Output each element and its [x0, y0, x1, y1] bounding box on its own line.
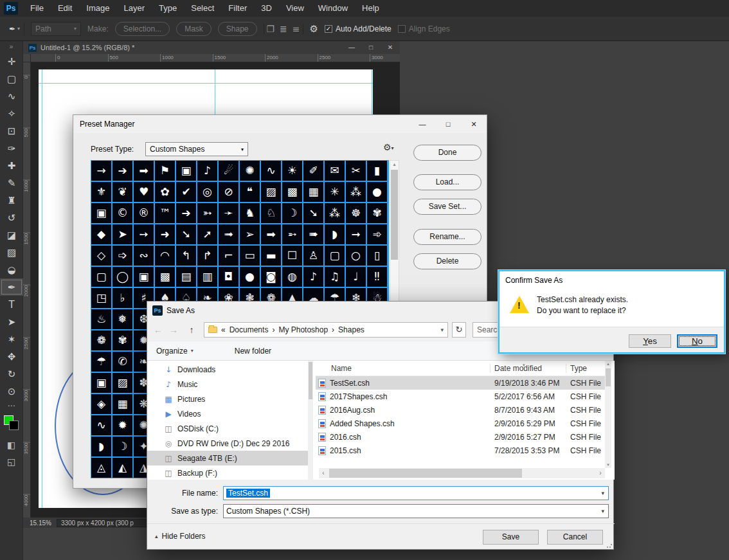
shape-tile[interactable]: ➘ — [176, 224, 197, 245]
tree-item[interactable]: ♪ Music — [147, 377, 308, 392]
list-horizontal-scrollbar[interactable]: ‹ › — [319, 468, 605, 478]
menu-item[interactable]: Filter — [221, 0, 254, 17]
checkbox-unchecked-icon[interactable]: ✓ — [398, 25, 406, 33]
shape-tile[interactable]: ✐ — [303, 160, 324, 181]
shape-tile[interactable]: ⚑ — [154, 160, 176, 181]
shape-tile[interactable]: ▤ — [176, 266, 197, 287]
shape-tile[interactable]: ➢ — [239, 224, 260, 245]
shape-tile[interactable]: ▦ — [303, 181, 324, 203]
shape-tile[interactable]: ♞ — [239, 203, 260, 224]
scroll-left-icon[interactable]: ‹ — [319, 468, 328, 478]
shape-tile[interactable]: ↱ — [197, 245, 218, 266]
shape-tile[interactable]: ❝ — [239, 181, 260, 203]
breadcrumb-token[interactable]: My Photoshop — [278, 325, 328, 334]
shape-tile[interactable]: ⚜ — [91, 181, 112, 203]
zoom-level[interactable]: 15.15% — [30, 519, 51, 527]
shape-tile[interactable]: ✂ — [345, 160, 366, 181]
shape-tile[interactable]: ◗ — [91, 436, 112, 457]
shape-tile[interactable]: ◳ — [91, 287, 112, 309]
screen-mode-icon[interactable]: ◱ — [0, 454, 22, 471]
path-mode-select[interactable]: Path ▾ — [31, 22, 81, 36]
tree-item[interactable]: ↓ Downloads — [147, 362, 308, 377]
shape-tile[interactable]: ➠ — [303, 224, 324, 245]
shape-tile[interactable]: ✺ — [239, 160, 260, 181]
shape-tile[interactable]: ➘ — [303, 203, 324, 224]
chevron-down-icon[interactable]: ▾ — [440, 327, 444, 333]
path-op-icon[interactable]: ❐ — [267, 24, 275, 34]
shape-tile[interactable]: ⁂ — [324, 203, 345, 224]
gradient-tool[interactable]: ▨ — [0, 244, 23, 261]
shape-tile[interactable]: ✉ — [324, 160, 345, 181]
shape-tile[interactable]: ❦ — [112, 181, 133, 203]
shape-tile[interactable]: ‼ — [366, 266, 388, 287]
guide-vertical[interactable] — [42, 69, 42, 508]
maximize-button[interactable]: □ — [435, 115, 461, 133]
resize-grip[interactable] — [606, 542, 613, 548]
breadcrumb-token[interactable]: Shapes — [338, 325, 364, 334]
shape-tile[interactable]: ▣ — [91, 372, 112, 393]
menu-item[interactable]: Image — [79, 0, 116, 17]
shape-tile[interactable]: ➞ — [345, 224, 366, 245]
preset-menu-gear-icon[interactable]: ⚙▾ — [383, 142, 394, 152]
shape-tile[interactable]: ➾ — [366, 224, 388, 245]
gear-icon[interactable]: ⚙ — [310, 23, 318, 35]
shape-tile[interactable]: ➡ — [133, 160, 154, 181]
shape-tile[interactable]: ♘ — [260, 203, 282, 224]
shape-tile[interactable]: ✹ — [112, 415, 133, 436]
shape-tile[interactable]: ○ — [345, 245, 366, 266]
shape-tile[interactable]: ◠ — [154, 245, 176, 266]
shape-tile[interactable]: ▢ — [91, 266, 112, 287]
column-name[interactable]: Name — [316, 364, 491, 373]
yes-button[interactable]: Yes — [629, 334, 671, 348]
file-row[interactable]: Added Shapes.csh 2/9/2016 5:29 PM CSH Fi… — [316, 417, 605, 430]
brush-tool[interactable]: ✎ — [0, 174, 23, 192]
path-op-icon[interactable]: ≣ — [280, 24, 287, 34]
shape-tile[interactable]: ✾ — [112, 330, 133, 351]
shape-tile[interactable]: → — [91, 160, 112, 181]
clone-stamp-tool[interactable]: ♜ — [0, 192, 23, 209]
shape-tile[interactable]: ♙ — [303, 245, 324, 266]
column-type[interactable]: Type — [566, 364, 605, 373]
file-row[interactable]: 2016.csh 2/9/2016 5:27 PM CSH File — [316, 430, 605, 444]
shape-tile[interactable]: ◗ — [324, 224, 345, 245]
selection-button[interactable]: Selection... — [115, 22, 170, 36]
shape-tile[interactable]: ➔ — [112, 160, 133, 181]
scroll-down-icon[interactable]: ▾ — [605, 462, 611, 467]
shape-tile[interactable]: ▣ — [133, 266, 154, 287]
shape-tile[interactable]: ➩ — [112, 245, 133, 266]
shape-tile[interactable]: ∿ — [260, 160, 282, 181]
smudge-tool[interactable]: ◒ — [0, 261, 23, 278]
shape-tile[interactable]: ● — [239, 266, 260, 287]
shape-tile[interactable]: ↰ — [176, 245, 197, 266]
organize-menu[interactable]: Organize ▾ — [156, 347, 194, 356]
tool-preset-picker[interactable]: ✒ ▾ — [5, 23, 24, 35]
shape-tile[interactable]: ● — [366, 181, 388, 203]
breadcrumb-token[interactable]: › — [272, 325, 274, 334]
shape-tile[interactable]: ▥ — [197, 266, 218, 287]
shape-tile[interactable]: ➙ — [133, 224, 154, 245]
shape-tile[interactable]: ☂ — [91, 351, 112, 372]
shape-tile[interactable]: ▬ — [260, 245, 282, 266]
dialog-button[interactable]: Done — [413, 145, 482, 161]
menu-item[interactable]: File — [23, 0, 51, 17]
tree-item[interactable]: ◫ Seagate 4TB (E:) — [147, 451, 308, 465]
pen-tool[interactable]: ✒ — [0, 278, 23, 296]
shape-tile[interactable]: ◭ — [112, 457, 133, 478]
shape-tile[interactable]: ☄ — [218, 160, 239, 181]
shape-tile[interactable]: ◙ — [260, 266, 282, 287]
chevron-down-icon[interactable]: ▾ — [601, 508, 604, 514]
menu-item[interactable]: Window — [311, 0, 355, 17]
tree-scrollbar[interactable] — [308, 361, 313, 480]
breadcrumb-token[interactable]: Documents — [230, 325, 269, 334]
move-tool[interactable]: ✛ — [0, 53, 23, 70]
shape-tile[interactable]: ☀ — [282, 160, 303, 181]
shape-tile[interactable]: ® — [133, 203, 154, 224]
shape-tile[interactable]: ◆ — [91, 224, 112, 245]
shape-tile[interactable]: ▩ — [282, 181, 303, 203]
dialog-button[interactable]: Delete — [413, 253, 482, 269]
shape-tile[interactable]: ▢ — [324, 245, 345, 266]
shape-tile[interactable]: ➤ — [112, 224, 133, 245]
forward-button[interactable]: → — [166, 322, 181, 338]
scroll-up-icon[interactable]: ▴ — [605, 361, 611, 366]
shape-tile[interactable]: ▣ — [176, 160, 197, 181]
